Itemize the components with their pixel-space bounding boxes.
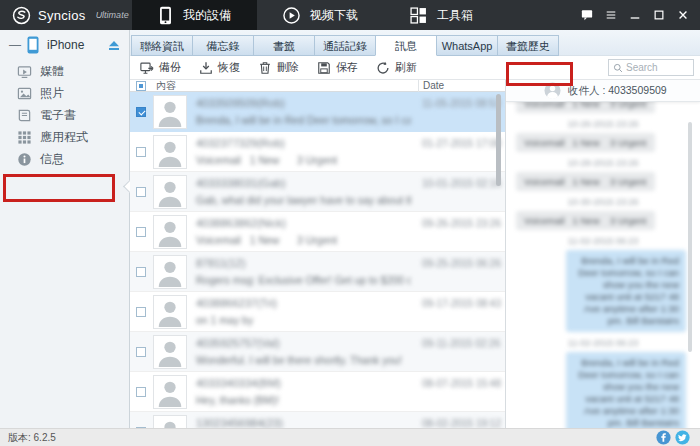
device-icon bbox=[158, 6, 173, 25]
avatar-icon bbox=[153, 375, 187, 409]
save-button[interactable]: 保存 bbox=[317, 60, 358, 75]
maximize-button[interactable] bbox=[651, 8, 666, 23]
device-name: iPhone bbox=[47, 38, 100, 52]
row-number: 4035925757(Val) bbox=[196, 337, 280, 349]
row-number: 87811(12) bbox=[196, 257, 245, 269]
backup-button[interactable]: 備份 bbox=[140, 60, 181, 75]
version-label: 版本: 6.2.5 bbox=[8, 431, 56, 445]
row-date: 08-07-2015 15:48 bbox=[422, 378, 501, 389]
sidebar: — iPhone 媒體照片電子書應用程式信息 bbox=[0, 30, 130, 428]
tab-WhatsApp[interactable]: WhatsApp bbox=[436, 35, 498, 56]
feedback-button[interactable] bbox=[579, 8, 594, 23]
sidebar-item-info[interactable]: 信息 bbox=[0, 148, 129, 170]
apps-icon bbox=[17, 130, 32, 145]
sidebar-item-label: 應用程式 bbox=[40, 129, 88, 146]
message-row[interactable]: 4038866237(Tri)on 1 may by09-17-2015 08:… bbox=[130, 292, 505, 332]
row-checkbox[interactable] bbox=[136, 187, 146, 197]
toolbar-button-label: 刷新 bbox=[395, 60, 417, 75]
message-date: 10-28-2015 23:26 bbox=[567, 158, 638, 168]
sidebar-items: 媒體照片電子書應用程式信息 bbox=[0, 60, 129, 170]
avatar-icon bbox=[153, 295, 187, 329]
row-preview: Wonderful. I will be there shortly. Than… bbox=[196, 354, 402, 366]
list-scrollbar-thumb[interactable] bbox=[496, 94, 501, 186]
content-column-header: 內容 bbox=[156, 80, 176, 93]
toolbar: 備份恢復刪除保存刷新 bbox=[130, 56, 700, 80]
tab-備忘錄[interactable]: 備忘錄 bbox=[192, 35, 254, 56]
row-checkbox[interactable] bbox=[136, 347, 146, 357]
message-row[interactable]: 4033340334(BM)Hey, thanks (BM)!08-07-201… bbox=[130, 372, 505, 412]
toolbar-button-label: 恢復 bbox=[218, 60, 240, 75]
info-icon bbox=[17, 152, 32, 167]
select-all-checkbox[interactable] bbox=[136, 81, 146, 91]
minimize-button[interactable] bbox=[627, 8, 642, 23]
sidebar-item-apps[interactable]: 應用程式 bbox=[0, 126, 129, 148]
toolbox-icon bbox=[410, 7, 427, 24]
row-checkbox[interactable] bbox=[136, 267, 146, 277]
sidebar-item-media[interactable]: 媒體 bbox=[0, 60, 129, 82]
incoming-bubble: Voicemail 1 New 3 Urgent bbox=[516, 102, 655, 113]
message-row[interactable]: 4038863862(Nick)Voicemail 1 New 3 Urgent… bbox=[130, 212, 505, 252]
outgoing-bubble: Brenda, I will be in Red Deer tomorrow, … bbox=[566, 250, 686, 332]
message-row[interactable]: 4032377329(Rob)Voicemail 1 New 3 Urgent0… bbox=[130, 132, 505, 172]
search-icon bbox=[613, 63, 623, 73]
collapse-icon[interactable]: — bbox=[9, 38, 19, 52]
message-date: 10-26-2015 23:26 bbox=[567, 119, 638, 129]
sidebar-item-label: 媒體 bbox=[40, 63, 64, 80]
tabbar: 聯絡資訊備忘錄書籤通話記錄訊息WhatsApp書籤歷史 bbox=[130, 30, 700, 56]
sidebar-item-photos[interactable]: 照片 bbox=[0, 82, 129, 104]
row-date: 10-01-2015 02:16 bbox=[422, 178, 501, 189]
delete-icon bbox=[258, 61, 272, 75]
message-row[interactable]: 13023456984(23)08-02-2015 19:12 bbox=[130, 412, 505, 428]
statusbar: 版本: 6.2.5 bbox=[0, 428, 700, 446]
message-row[interactable]: 4033509509(Rob)Brenda, I will be in Red … bbox=[130, 92, 505, 132]
row-number: 4033509509(Rob) bbox=[196, 97, 285, 109]
menu-icon bbox=[605, 9, 617, 21]
search-input[interactable] bbox=[626, 62, 689, 73]
menu-button[interactable] bbox=[603, 8, 618, 23]
list-header: 內容 Date bbox=[130, 80, 505, 92]
refresh-button[interactable]: 刷新 bbox=[376, 60, 417, 75]
message-row[interactable]: 87811(12)Rogers msg: Exclusive Offer! Ge… bbox=[130, 252, 505, 292]
sidebar-item-ebook[interactable]: 電子書 bbox=[0, 104, 129, 126]
device-row[interactable]: — iPhone bbox=[0, 30, 129, 60]
restore-button[interactable]: 恢復 bbox=[199, 60, 240, 75]
row-checkbox[interactable] bbox=[136, 147, 146, 157]
restore-icon bbox=[199, 61, 213, 75]
tab-聯絡資訊[interactable]: 聯絡資訊 bbox=[131, 35, 193, 56]
recipient-avatar-icon bbox=[544, 82, 561, 99]
avatar-icon bbox=[153, 95, 187, 129]
titlebar-nav-item-label: 我的設備 bbox=[183, 7, 231, 24]
row-date: 09-25-2015 06:26 bbox=[422, 258, 501, 269]
close-button[interactable] bbox=[675, 8, 690, 23]
row-number: 4038863862(Nick) bbox=[196, 217, 286, 229]
message-date: 11-02-2015 06:23 bbox=[568, 338, 638, 348]
row-date: 09-17-2015 08:43 bbox=[422, 298, 501, 309]
message-row[interactable]: 4033338031(Gab)Gab, what did your lawyer… bbox=[130, 172, 505, 212]
titlebar-nav-item[interactable]: 视频下载 bbox=[257, 0, 384, 30]
eject-icon[interactable] bbox=[108, 40, 120, 51]
message-row[interactable]: 4035925757(Val)Wonderful. I will be ther… bbox=[130, 332, 505, 372]
twitter-link[interactable] bbox=[675, 430, 690, 445]
search-box[interactable] bbox=[608, 59, 694, 76]
row-checkbox[interactable] bbox=[136, 107, 146, 117]
facebook-link[interactable] bbox=[656, 430, 671, 445]
titlebar-nav-item[interactable]: 工具箱 bbox=[384, 0, 499, 30]
maximize-icon bbox=[653, 9, 665, 21]
row-number: 13023456984(23) bbox=[196, 417, 283, 428]
delete-button[interactable]: 刪除 bbox=[258, 60, 299, 75]
row-preview: Hey, thanks (BM)! bbox=[196, 394, 279, 406]
save-icon bbox=[317, 61, 331, 75]
titlebar-nav: 我的設備视频下载工具箱 bbox=[132, 0, 499, 30]
tab-書籤歷史[interactable]: 書籤歷史 bbox=[497, 35, 559, 56]
row-checkbox[interactable] bbox=[136, 387, 146, 397]
row-checkbox[interactable] bbox=[136, 307, 146, 317]
chat-scrollbar-thumb[interactable] bbox=[688, 122, 692, 352]
row-checkbox[interactable] bbox=[136, 227, 146, 237]
titlebar-nav-item[interactable]: 我的設備 bbox=[132, 0, 257, 30]
tab-書籤[interactable]: 書籤 bbox=[253, 35, 315, 56]
row-preview: Voicemail 1 New 3 Urgent bbox=[196, 154, 337, 166]
tab-訊息[interactable]: 訊息 bbox=[375, 35, 437, 56]
row-date: 09-11-2015 02:26 bbox=[422, 338, 500, 349]
tab-通話記錄[interactable]: 通話記錄 bbox=[314, 35, 376, 56]
conversation-messages: Voicemail 1 New 3 Urgent10-26-2015 23:26… bbox=[506, 102, 700, 428]
